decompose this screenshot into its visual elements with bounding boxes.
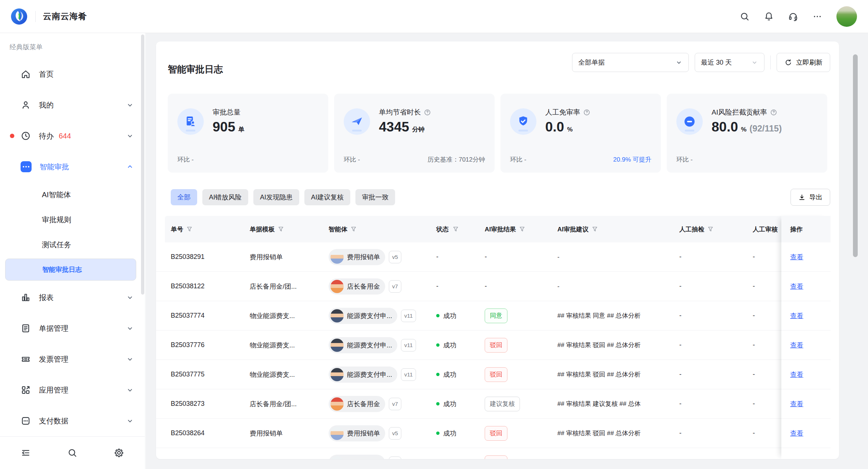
cell-status: 成功: [436, 400, 485, 408]
column-header-label: AI审批建议: [557, 225, 589, 234]
cell-ai-suggestion: ## 审核结果 驳回 ## 总体分析: [557, 370, 679, 379]
header-controls: 全部单据 最近 30 天 立即刷新: [572, 53, 830, 72]
sidebar-item-app-management[interactable]: 应用管理: [0, 375, 145, 405]
filter-funnel-icon[interactable]: [350, 226, 357, 232]
cell-action: 查看: [781, 301, 831, 331]
sidebar-subitem-test-tasks[interactable]: 测试任务: [0, 232, 145, 257]
sidebar-item-invoice-management[interactable]: 发票管理: [0, 344, 145, 375]
agent-pill: 能源费支付申...: [329, 337, 397, 353]
todo-alert-dot: [10, 134, 14, 138]
menu-search-icon[interactable]: [67, 448, 77, 458]
stat-value: 905: [213, 119, 235, 135]
doc-type-select[interactable]: 全部单据: [572, 53, 689, 72]
stat-value: 80.0: [712, 119, 738, 135]
table-row: B25037776物业能源费支...能源费支付申...v11成功驳回## 审核结…: [156, 331, 781, 360]
sidebar-item-todo[interactable]: 待办644: [0, 120, 145, 151]
page-scrollbar[interactable]: [853, 54, 858, 257]
sidebar-item-doc-management[interactable]: 单据管理: [0, 313, 145, 344]
cell-agent: 能源费支付申...v11: [329, 337, 436, 353]
cell-ai-suggestion: -: [557, 253, 679, 261]
sidebar-item-label: 首页: [39, 69, 54, 79]
agent-pill: 能源费支付申...: [329, 367, 397, 383]
help-icon[interactable]: [583, 109, 590, 116]
cell-action: 查看: [781, 360, 831, 389]
sidebar-item-payment-data[interactable]: 支付数据: [0, 405, 145, 436]
chevron-down-icon: [751, 59, 758, 66]
brand-logo-icon: [10, 8, 28, 25]
cell-ai-result: 建议复核: [485, 397, 557, 411]
cell-manual-review: -: [753, 341, 781, 349]
chevron-down-icon: [126, 101, 134, 109]
filter-funnel-icon[interactable]: [519, 226, 525, 232]
sidebar-item-label: 单据管理: [39, 324, 68, 333]
cell-action: 查看: [781, 272, 831, 301]
stat-footer-improve-link[interactable]: 20.9% 可提升: [613, 155, 651, 164]
column-header-label: AI审批结果: [485, 225, 516, 234]
cell-agent: 费用报销单v5: [329, 249, 436, 265]
bell-icon[interactable]: [764, 11, 774, 22]
stat-value-extra: (92/115): [749, 123, 782, 134]
view-link[interactable]: 查看: [790, 400, 803, 408]
date-range-select[interactable]: 最近 30 天: [695, 53, 764, 72]
filter-funnel-icon[interactable]: [278, 226, 284, 232]
filter-funnel-icon[interactable]: [707, 226, 714, 232]
cell-template: 费用报销单: [250, 429, 329, 438]
app-window: 云南云海肴 经典版菜单 首页我的待办644智能审批AI智能体审批规则测试任务智能…: [0, 0, 868, 469]
table-row: B25038122店长备用金/团...店长备用金v7-----: [156, 272, 781, 301]
view-link[interactable]: 查看: [790, 282, 803, 291]
agent-avatar: [330, 280, 344, 293]
cell-doc-id: B25037776: [171, 341, 250, 349]
column-header-1: 单据模板: [250, 225, 329, 234]
approval-log-table: 单号单据模板智能体状态AI审批结果AI审批建议人工抽检人工审核 B2503829…: [156, 216, 839, 459]
stat-footer-compare: 环比 -: [344, 155, 360, 164]
filter-tab-ai-found-hazard[interactable]: AI发现隐患: [253, 189, 299, 205]
sidebar-subitem-ai-agent[interactable]: AI智能体: [0, 182, 145, 207]
cell-agent: 费用报销单v5: [329, 425, 436, 441]
more-icon[interactable]: [812, 11, 822, 22]
column-header-7: 人工审核: [753, 225, 781, 234]
filter-funnel-icon[interactable]: [592, 226, 598, 232]
table-row: B25037774物业能源费支...能源费支付申...v11成功同意## 审核结…: [156, 301, 781, 331]
status-text: 成功: [443, 400, 456, 408]
view-link[interactable]: 查看: [790, 253, 803, 261]
view-link[interactable]: 查看: [790, 458, 803, 459]
sidebar-item-reports[interactable]: 报表: [0, 282, 145, 313]
cell-manual-sample: -: [679, 253, 753, 261]
sidebar-subitem-approval-rules[interactable]: 审批规则: [0, 207, 145, 232]
view-link[interactable]: 查看: [790, 311, 803, 320]
stat-footer-baseline: 历史基准：7012分钟: [427, 155, 485, 164]
view-link[interactable]: 查看: [790, 429, 803, 438]
help-icon[interactable]: [424, 109, 431, 116]
user-avatar[interactable]: [836, 6, 857, 27]
cell-action: 查看: [781, 242, 831, 272]
headset-icon[interactable]: [788, 11, 798, 22]
export-button[interactable]: 导出: [791, 189, 830, 206]
agent-avatar: [330, 250, 344, 264]
help-icon[interactable]: [770, 109, 777, 116]
filter-funnel-icon[interactable]: [452, 226, 459, 232]
refresh-button[interactable]: 立即刷新: [777, 53, 830, 72]
sidebar-item-mine[interactable]: 我的: [0, 90, 145, 120]
view-link[interactable]: 查看: [790, 370, 803, 379]
sidebar-scrollbar[interactable]: [141, 35, 144, 295]
filter-funnel-icon[interactable]: [186, 226, 193, 232]
chart-icon: [21, 292, 31, 303]
download-icon: [798, 194, 806, 201]
filter-tab-approval-consistent[interactable]: 审批一致: [355, 189, 395, 205]
stats-row: 审批总量905单环比 -单均节省时长4345分钟环比 -历史基准：7012分钟人…: [168, 94, 827, 173]
settings-gear-icon[interactable]: [114, 448, 124, 458]
view-link[interactable]: 查看: [790, 341, 803, 350]
collapse-sidebar-icon[interactable]: [21, 448, 31, 458]
chevron-down-icon: [126, 386, 134, 394]
filter-tab-all[interactable]: 全部: [171, 189, 197, 205]
sidebar-subitem-smart-approval-log[interactable]: 智能审批日志: [5, 259, 136, 281]
cell-status: 成功: [436, 341, 485, 350]
search-icon[interactable]: [739, 11, 750, 22]
status-success-dot: [436, 373, 440, 376]
status-text: 成功: [443, 341, 456, 350]
filter-tab-ai-suggest-review[interactable]: AI建议复核: [304, 189, 350, 205]
sidebar-item-smart-approval[interactable]: 智能审批: [0, 151, 145, 182]
agent-name: 费用报销单: [347, 458, 380, 459]
filter-tab-ai-misplaced-risk[interactable]: AI错放风险: [202, 189, 248, 205]
sidebar-item-home[interactable]: 首页: [0, 59, 145, 90]
